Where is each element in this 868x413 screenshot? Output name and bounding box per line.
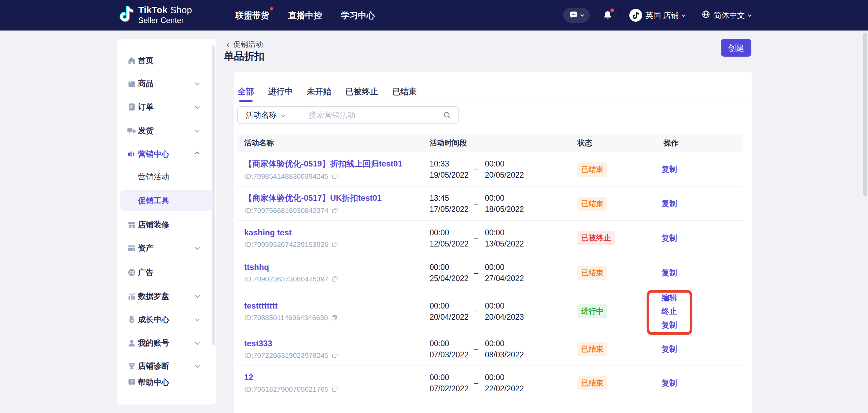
sidebar-item-13[interactable]: 我的账号 (117, 335, 216, 351)
status-badge: 进行中 (577, 304, 607, 318)
language-switcher[interactable]: 简体中文 (702, 10, 751, 21)
end-date: 18/05/2022 (485, 204, 529, 214)
sidebar-item-label: 店铺装修 (138, 219, 169, 230)
sidebar-item-label: 订单 (138, 102, 154, 112)
action-link[interactable]: 编辑 (662, 293, 677, 303)
action-link[interactable]: 终止 (662, 306, 677, 317)
status-cell: 进行中 (577, 290, 607, 332)
sidebar-item-7[interactable]: 促销工具 (120, 190, 213, 211)
filter-type-dropdown[interactable]: 活动名称 (238, 110, 309, 120)
table-row: testtttttttID:708850114696434663000:0020… (234, 290, 752, 332)
sidebar-item-9[interactable]: 资产 (117, 240, 216, 256)
copy-icon[interactable] (331, 314, 338, 321)
time-range-cell: 00:0012/05/2022–00:0013/05/2022 (430, 221, 529, 255)
breadcrumb[interactable]: ‹ 促销活动 (226, 39, 263, 50)
action-link[interactable]: 复制 (662, 378, 677, 388)
tab-1[interactable]: 全部 (238, 82, 254, 101)
top-nav-item-3[interactable]: 学习中心 (341, 10, 375, 21)
analytics-icon (126, 290, 137, 302)
tab-2[interactable]: 进行中 (268, 82, 293, 101)
status-badge: 已结束 (577, 376, 607, 390)
action-link[interactable]: 复制 (662, 320, 677, 330)
campaign-name-cell: 12ID:7061827900705621765 (244, 366, 420, 400)
sidebar-item-11[interactable]: 数据罗盘 (117, 288, 216, 304)
sidebar-item-4[interactable]: 发货 (117, 122, 216, 139)
sidebar-item-3[interactable]: 订单 (117, 99, 216, 115)
campaign-id-text: ID:7090236373080475397 (244, 275, 329, 283)
page-scrollbar[interactable] (863, 33, 867, 196)
end-time: 00:00 (485, 228, 529, 237)
chevron-down-icon (748, 13, 751, 17)
sidebar-item-6[interactable]: 营销活动 (117, 169, 216, 185)
column-header-4: 操作 (664, 134, 678, 152)
time-range-dash: – (474, 378, 479, 388)
top-nav-item-2[interactable]: 直播中控 (288, 10, 322, 21)
sidebar-item-2[interactable]: 商品 (117, 75, 216, 92)
status-cell: 已结束 (577, 255, 607, 290)
status-badge: 已结束 (577, 266, 607, 280)
assets-icon (126, 242, 137, 254)
chevron-down-icon (196, 127, 199, 134)
sidebar-item-label: 我的账号 (138, 338, 169, 348)
marketing-icon (126, 148, 137, 160)
end-date: 22/02/2022 (485, 384, 529, 393)
campaign-name-link[interactable]: test333 (244, 339, 420, 348)
status-cell: 已结束 (577, 366, 607, 400)
campaign-name-link[interactable]: 【商家体验优化-0517】UK折扣test01 (244, 193, 420, 203)
status-badge: 已结束 (577, 342, 607, 356)
copy-icon[interactable] (332, 386, 338, 393)
action-link[interactable]: 复制 (662, 268, 677, 278)
tab-3[interactable]: 未开始 (307, 82, 331, 101)
action-link[interactable]: 复制 (662, 198, 677, 209)
shop-switcher[interactable]: 英国 店铺 (629, 9, 685, 22)
search-input[interactable] (309, 111, 438, 120)
breadcrumb-label: 促销活动 (233, 39, 263, 50)
sidebar-item-14[interactable]: ★店铺诊断 (117, 358, 216, 374)
table-row: 【商家体验优化-0517】UK折扣test01ID:70975668169308… (234, 186, 752, 221)
campaign-name-link[interactable]: kashing test (244, 228, 420, 237)
copy-icon[interactable] (332, 276, 338, 282)
campaign-name-link[interactable]: ttshhq (244, 262, 420, 272)
sidebar-item-label: 数据罗盘 (138, 291, 169, 301)
campaign-id-text: ID:7095952674239153926 (244, 240, 329, 249)
time-range-dash: – (474, 199, 479, 208)
chevron-down-icon (196, 293, 199, 299)
time-range-cell: 00:0025/04/2022–00:0027/04/2022 (430, 255, 529, 290)
search-icon[interactable] (443, 111, 458, 120)
tab-5[interactable]: 已结束 (392, 82, 417, 101)
sidebar-item-10[interactable]: AD广告 (117, 264, 216, 280)
sidebar-item-15[interactable]: ?帮助中心 (117, 374, 216, 390)
top-nav-label: 直播中控 (288, 11, 322, 20)
copy-icon[interactable] (332, 207, 338, 214)
action-link[interactable]: 复制 (662, 233, 677, 243)
campaign-name-cell: test333ID:7072203319023978245 (244, 332, 420, 366)
end-datetime: 00:0018/05/2022 (485, 193, 529, 214)
sidebar-item-5[interactable]: 营销中心 (117, 146, 216, 162)
campaign-name-link[interactable]: testttttttt (244, 301, 420, 311)
copy-icon[interactable] (332, 241, 338, 248)
sidebar-item-12[interactable]: ★成长中心 (117, 311, 216, 328)
create-button[interactable]: 创建 (721, 39, 751, 57)
campaign-name-link[interactable]: 12 (244, 373, 420, 382)
tiktok-note-icon (119, 5, 134, 24)
tab-4[interactable]: 已被终止 (346, 82, 378, 101)
campaign-id: ID:7088501146964346630 (244, 314, 420, 322)
top-nav-item-1[interactable]: 联盟带货 (235, 10, 269, 21)
sidebar-item-1[interactable]: 首页 (117, 52, 216, 68)
tiktok-shop-logo[interactable]: TikTok Shop Seller Center (119, 5, 192, 24)
end-date: 13/05/2022 (485, 239, 529, 249)
start-datetime: 00:0007/03/2022 (430, 339, 474, 359)
copy-icon[interactable] (332, 173, 338, 180)
campaign-name-cell: 【商家体验优化-0517】UK折扣test01ID:70975668169308… (244, 186, 420, 221)
action-link[interactable]: 复制 (662, 164, 677, 175)
campaign-id: ID:7061827900705621765 (244, 385, 420, 393)
notifications-button[interactable] (603, 10, 613, 21)
copy-icon[interactable] (332, 352, 338, 359)
ads-icon: AD (126, 267, 137, 278)
action-link[interactable]: 复制 (662, 344, 677, 354)
chat-messages-button[interactable] (563, 8, 590, 23)
sidebar-item-8[interactable]: 店铺装修 (117, 216, 216, 233)
divider (693, 11, 693, 20)
campaign-name-cell: ttshhqID:7090236373080475397 (244, 255, 420, 290)
campaign-name-link[interactable]: 【商家体验优化-0519】折扣线上回归test01 (244, 158, 420, 169)
